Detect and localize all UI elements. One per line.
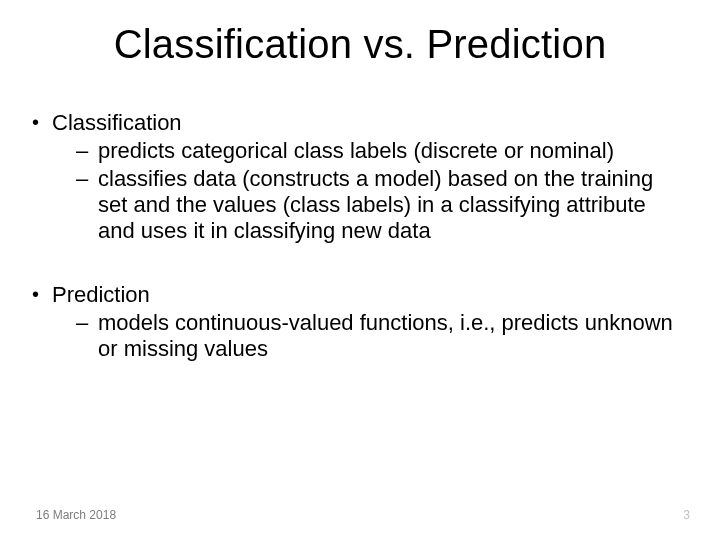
footer-date: 16 March 2018: [36, 508, 116, 522]
slide-body: Classification predicts categorical clas…: [26, 110, 680, 366]
bullet-label: Prediction: [52, 282, 150, 307]
bullet-classification: Classification predicts categorical clas…: [26, 110, 680, 244]
slide-title: Classification vs. Prediction: [0, 22, 720, 67]
sub-bullet: predicts categorical class labels (discr…: [52, 138, 680, 164]
sub-bullet: models continuous-valued functions, i.e.…: [52, 310, 680, 362]
footer-page-number: 3: [683, 508, 690, 522]
slide: Classification vs. Prediction Classifica…: [0, 0, 720, 540]
sub-bullet: classifies data (constructs a model) bas…: [52, 166, 680, 244]
bullet-label: Classification: [52, 110, 182, 135]
bullet-prediction: Prediction models continuous-valued func…: [26, 282, 680, 362]
